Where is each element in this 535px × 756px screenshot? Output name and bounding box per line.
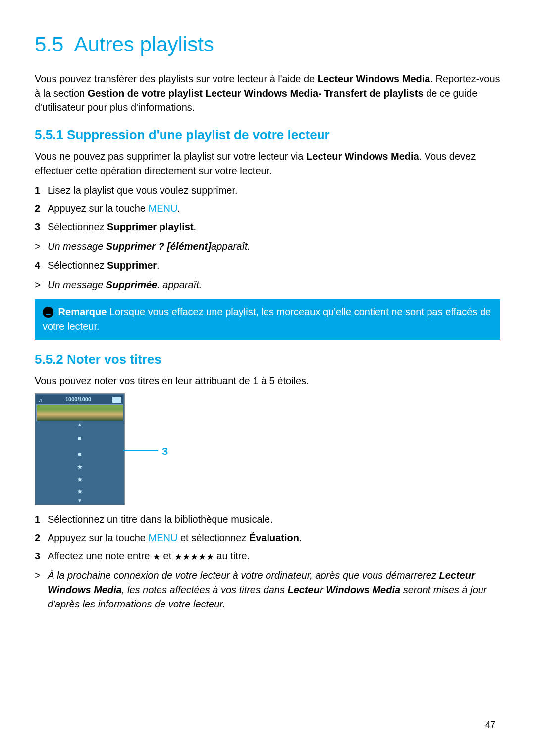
rating-option: ★	[36, 485, 123, 497]
result-message: > À la prochaine connexion de votre lect…	[35, 568, 500, 611]
step: 1 Sélectionnez un titre dans la biblioth…	[35, 512, 500, 527]
step: 1 Lisez la playlist que vous voulez supp…	[35, 183, 500, 198]
callout-line	[123, 450, 158, 451]
rating-option: ★	[36, 473, 123, 485]
album-art	[36, 404, 123, 421]
music-icon: ♫	[38, 397, 44, 403]
star-icon: ★★★★★	[174, 552, 214, 562]
step: 2 Appuyez sur la touche MENU et sélectio…	[35, 531, 500, 545]
step: 4 Sélectionnez Supprimer.	[35, 258, 500, 273]
rating-option	[36, 428, 123, 445]
rating-option: ★	[36, 461, 123, 473]
section-heading: 5.5 Autres playlists	[35, 30, 500, 60]
counter-text: 1000/1000	[65, 396, 91, 403]
step: 3 Sélectionnez Supprimer playlist.	[35, 220, 500, 234]
down-arrow-icon: ▼	[36, 497, 123, 504]
star-icon: ★	[153, 552, 160, 562]
rating-option	[36, 445, 123, 461]
step: 3 Affectez une note entre ★ et ★★★★★ au …	[35, 549, 500, 563]
result-message: > Un message Supprimée. apparaît.	[35, 278, 500, 292]
callout-number: 3	[162, 444, 168, 459]
device-screenshot: ♫ 1000/1000 ▲ ★ ★ ★ ▼ 3	[35, 393, 500, 505]
subsection-heading: 5.5.1 Suppression d'une playlist de votr…	[35, 126, 500, 145]
note-box: Remarque Lorsque vous effacez une playli…	[35, 299, 500, 340]
steps-list: 1 Lisez la playlist que vous voulez supp…	[35, 183, 500, 234]
step: 2 Appuyez sur la touche MENU.	[35, 202, 500, 216]
up-arrow-icon: ▲	[36, 421, 123, 428]
steps-list: 1 Sélectionnez un titre dans la biblioth…	[35, 512, 500, 563]
page-number: 47	[485, 718, 495, 731]
steps-list: 4 Sélectionnez Supprimer.	[35, 258, 500, 273]
result-message: > Un message Supprimer ? [élément]appara…	[35, 239, 500, 253]
subsection-intro: Vous pouvez noter vos titres en leur att…	[35, 374, 500, 388]
subsection-heading: 5.5.2 Noter vos titres	[35, 351, 500, 369]
battery-icon	[112, 397, 121, 403]
note-icon	[43, 307, 54, 318]
subsection-intro: Vous ne pouvez pas supprimer la playlist…	[35, 150, 500, 178]
section-intro: Vous pouvez transférer des playlists sur…	[35, 72, 500, 115]
